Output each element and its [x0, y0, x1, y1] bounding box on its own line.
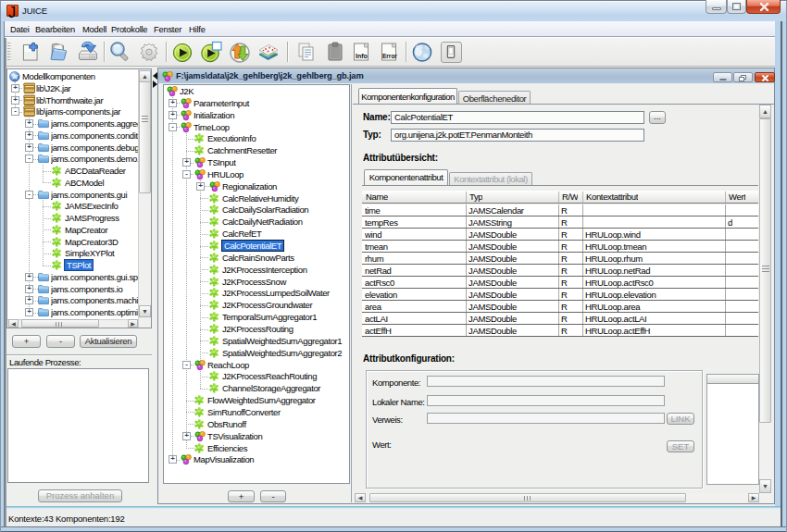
svg-text:Error: Error: [382, 53, 397, 59]
svg-text:Info: Info: [356, 53, 368, 59]
